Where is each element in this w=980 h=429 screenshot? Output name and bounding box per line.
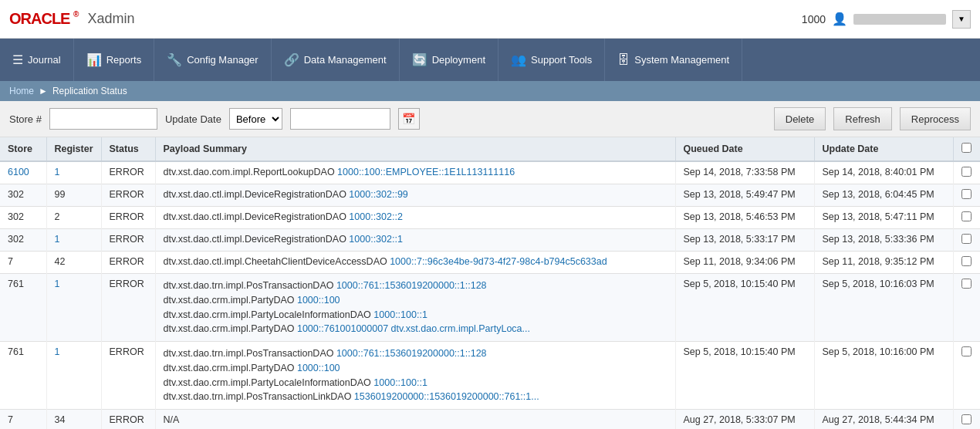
payload-line: dtv.xst.dao.crm.impl.PartyDAO 1000::7610…: [164, 322, 667, 336]
cell-payload: dtv.xst.dao.ctl.impl.DeviceRegistrationD…: [155, 184, 675, 207]
payload-class: dtv.xst.dao.ctl.impl.CheetahClientDevice…: [164, 256, 390, 267]
nav-bar: ☰ Journal 📊 Reports 🔧 Config Manager 🔗 D…: [0, 39, 980, 81]
payload-class: dtv.xst.dao.crm.impl.PartyLocaleInformat…: [164, 309, 374, 320]
store-input[interactable]: [49, 108, 157, 130]
register-link[interactable]: 1: [55, 167, 60, 177]
cell-register: 1: [46, 342, 101, 410]
system-icon: 🗄: [617, 53, 630, 67]
col-header-register: Register: [46, 137, 101, 161]
cell-status: ERROR: [101, 274, 155, 342]
nav-label-system: System Management: [634, 54, 729, 66]
table-row: 742ERRORdtv.xst.dao.ctl.impl.CheetahClie…: [0, 252, 980, 274]
cell-queued-date: Sep 13, 2018, 5:46:53 PM: [675, 207, 814, 229]
breadcrumb: Home ► Replication Status: [0, 81, 980, 101]
delete-button[interactable]: Delete: [774, 107, 826, 130]
table-row: 3021ERRORdtv.xst.dao.ctl.impl.DeviceRegi…: [0, 229, 980, 252]
payload-id-link[interactable]: 1000::761001000007 dtv.xst.dao.crm.impl.…: [297, 323, 530, 334]
cell-update-date: Aug 27, 2018, 5:44:34 PM: [814, 410, 953, 430]
payload-id-link[interactable]: 1000::100: [297, 363, 340, 373]
cell-payload: dtv.xst.dao.ctl.impl.DeviceRegistrationD…: [155, 229, 675, 252]
payload-id-link[interactable]: 1000::761::1536019200000::1::128: [336, 280, 487, 291]
nav-item-support-tools[interactable]: 👥 Support Tools: [498, 39, 605, 81]
store-link[interactable]: 6100: [8, 167, 29, 177]
register-link[interactable]: 1: [55, 346, 60, 357]
cell-payload: dtv.xst.dao.ctl.impl.DeviceRegistrationD…: [155, 207, 675, 229]
cell-payload: dtv.xst.dao.ctl.impl.CheetahClientDevice…: [155, 252, 675, 274]
col-header-status: Status: [101, 137, 155, 161]
refresh-button[interactable]: Refresh: [833, 107, 892, 130]
cell-store: 761: [0, 274, 46, 342]
cell-payload: N/A: [155, 410, 675, 430]
cell-register: 2: [46, 207, 101, 229]
payload-class: dtv.xst.dao.ctl.impl.DeviceRegistrationD…: [164, 211, 350, 222]
nav-item-system-management[interactable]: 🗄 System Management: [605, 39, 742, 81]
cell-queued-date: Sep 5, 2018, 10:15:40 PM: [675, 274, 814, 342]
cell-store: 6100: [0, 161, 46, 184]
oracle-logo: ORACLE ®: [9, 10, 78, 28]
nav-item-journal[interactable]: ☰ Journal: [0, 39, 74, 81]
nav-label-support: Support Tools: [531, 54, 592, 66]
payload-id-link[interactable]: 1000::100::1: [373, 377, 427, 388]
row-checkbox[interactable]: [961, 189, 972, 199]
data-table-wrap: Store Register Status Payload Summary Qu…: [0, 137, 980, 429]
row-checkbox[interactable]: [961, 234, 972, 244]
cell-payload: dtv.xst.dao.trn.impl.PosTransactionDAO 1…: [155, 342, 675, 410]
row-checkbox[interactable]: [961, 211, 972, 221]
payload-id-link[interactable]: 1536019200000::1536019200000::761::1...: [354, 391, 539, 402]
row-checkbox[interactable]: [961, 256, 972, 266]
nav-label-data: Data Management: [304, 54, 387, 66]
payload-class: dtv.xst.dao.trn.impl.PosTransactionDAO: [164, 280, 336, 291]
update-date-select[interactable]: Before After On: [229, 108, 282, 130]
payload-id-link[interactable]: 1000::7::96c3e4be-9d73-4f27-98c4-b794c5c…: [390, 256, 607, 267]
user-dropdown-button[interactable]: ▼: [952, 10, 971, 29]
cell-register: 1: [46, 229, 101, 252]
nav-item-reports[interactable]: 📊 Reports: [74, 39, 155, 81]
store-number: 1000: [802, 13, 826, 25]
reports-icon: 📊: [86, 52, 102, 67]
payload-class: dtv.xst.dao.trn.impl.PosTransactionLinkD…: [164, 391, 354, 402]
cell-update-date: Sep 13, 2018, 5:47:11 PM: [814, 207, 953, 229]
payload-id-link[interactable]: 1000::302::1: [349, 234, 403, 245]
payload-id-link[interactable]: 1000::302::99: [349, 189, 407, 200]
cell-update-date: Sep 13, 2018, 5:33:36 PM: [814, 229, 953, 252]
payload-class: dtv.xst.dao.ctl.impl.DeviceRegistrationD…: [164, 234, 350, 245]
date-input[interactable]: [290, 108, 390, 130]
app-name: Xadmin: [87, 11, 134, 27]
cell-checkbox: [953, 229, 980, 252]
cell-queued-date: Aug 27, 2018, 5:33:07 PM: [675, 410, 814, 430]
row-checkbox[interactable]: [961, 279, 972, 289]
user-bar: [853, 14, 946, 25]
payload-class: dtv.xst.dao.crm.impl.PartyDAO: [164, 323, 297, 334]
payload-id-link[interactable]: 1000::761::1536019200000::1::128: [336, 348, 487, 359]
cell-checkbox: [953, 184, 980, 207]
data-icon: 🔗: [284, 52, 299, 67]
table-row: 734ERRORN/AAug 27, 2018, 5:33:07 PMAug 2…: [0, 410, 980, 430]
row-checkbox[interactable]: [961, 346, 972, 356]
register-link[interactable]: 1: [55, 279, 60, 289]
payload-line: dtv.xst.dao.crm.impl.PartyDAO 1000::100: [164, 361, 667, 376]
breadcrumb-home[interactable]: Home: [9, 86, 34, 96]
nav-item-data-management[interactable]: 🔗 Data Management: [272, 39, 400, 81]
nav-label-deployment: Deployment: [432, 54, 485, 66]
payload-id-link[interactable]: 1000::100::1: [373, 309, 427, 320]
payload-id-link[interactable]: 1000::302::2: [349, 211, 403, 222]
row-checkbox[interactable]: [961, 167, 972, 177]
payload-id-link[interactable]: 1000::100: [297, 295, 340, 306]
cell-store: 761: [0, 342, 46, 410]
cell-store: 302: [0, 207, 46, 229]
cell-status: ERROR: [101, 410, 155, 430]
payload-class: dtv.xst.dao.trn.impl.PosTransactionDAO: [164, 348, 336, 359]
cell-checkbox: [953, 252, 980, 274]
payload-id-link[interactable]: 1000::100::EMPLOYEE::1E1L113111116: [337, 167, 515, 177]
payload-line: dtv.xst.dao.trn.impl.PosTransactionLinkD…: [164, 390, 667, 404]
reprocess-button[interactable]: Reprocess: [900, 107, 971, 130]
nav-item-config-manager[interactable]: 🔧 Config Manager: [154, 39, 272, 81]
row-checkbox[interactable]: [961, 414, 972, 424]
payload-class: dtv.xst.dao.com.impl.ReportLookupDAO: [164, 167, 338, 177]
select-all-checkbox[interactable]: [961, 143, 972, 153]
cell-queued-date: Sep 13, 2018, 5:33:17 PM: [675, 229, 814, 252]
nav-item-deployment[interactable]: 🔄 Deployment: [400, 39, 498, 81]
calendar-icon[interactable]: 📅: [398, 108, 420, 130]
register-link[interactable]: 1: [55, 234, 60, 245]
col-header-queued: Queued Date: [675, 137, 814, 161]
